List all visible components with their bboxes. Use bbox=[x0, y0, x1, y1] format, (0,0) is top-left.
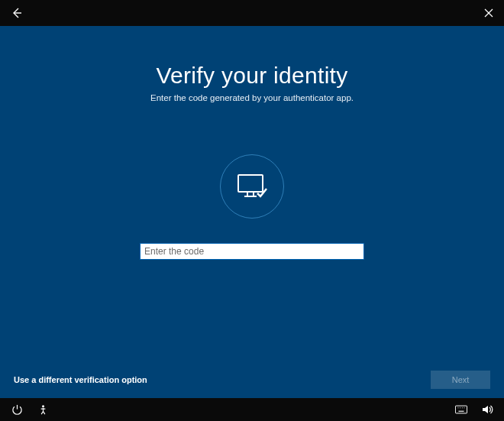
back-icon[interactable] bbox=[11, 7, 23, 19]
ease-of-access-icon[interactable] bbox=[37, 403, 49, 416]
footer-bar bbox=[0, 398, 504, 421]
power-icon[interactable] bbox=[11, 403, 23, 416]
code-input[interactable] bbox=[140, 243, 364, 260]
svg-marker-14 bbox=[483, 406, 488, 413]
page-title: Verify your identity bbox=[156, 63, 347, 89]
next-button[interactable]: Next bbox=[431, 371, 490, 389]
page-subtitle: Enter the code generated by your authent… bbox=[150, 93, 354, 102]
volume-icon[interactable] bbox=[481, 403, 493, 416]
title-bar bbox=[0, 0, 504, 26]
svg-rect-8 bbox=[455, 406, 467, 413]
close-icon[interactable] bbox=[484, 8, 493, 18]
monitor-check-icon bbox=[220, 154, 284, 219]
alternate-verification-link[interactable]: Use a different verification option bbox=[14, 375, 147, 384]
main-content: Verify your identity Enter the code gene… bbox=[0, 26, 504, 398]
svg-point-7 bbox=[42, 405, 44, 407]
svg-rect-3 bbox=[238, 175, 263, 192]
keyboard-icon[interactable] bbox=[455, 403, 467, 416]
footer-left bbox=[11, 403, 49, 416]
footer-right bbox=[455, 403, 493, 416]
